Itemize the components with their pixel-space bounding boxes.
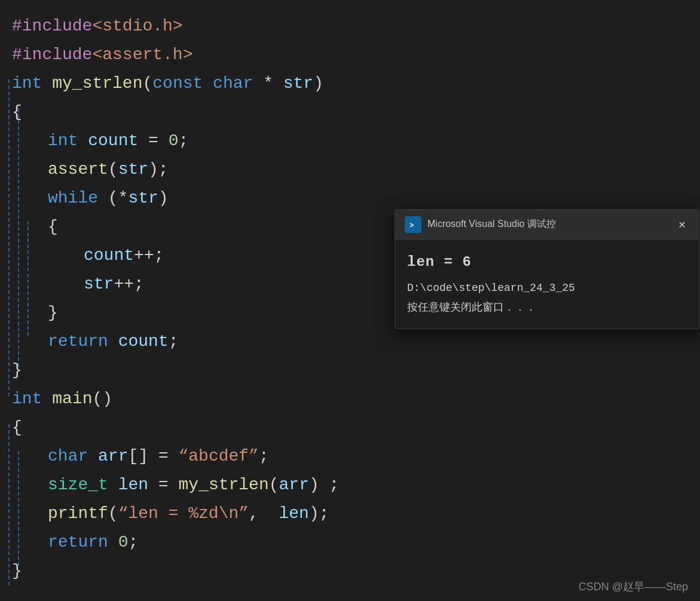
svg-text:>: > — [409, 222, 414, 230]
debug-result: len = 6 — [407, 254, 687, 270]
code-line-18: printf(“len = %zd\n”, len); — [12, 499, 700, 528]
code-line-5: int count = 0; — [12, 127, 700, 155]
debug-path: D:\code\step\learn_24_3_25 — [407, 282, 687, 294]
code-line-13: } — [12, 356, 700, 385]
popup-close-button[interactable]: ✕ — [675, 216, 689, 233]
vs-icon: > — [405, 216, 421, 233]
popup-titlebar: > Microsoft Visual Studio 调试控 ✕ — [395, 210, 699, 240]
code-line-16: char arr[] = “abcdef”; — [12, 442, 700, 471]
debug-popup: > Microsoft Visual Studio 调试控 ✕ len = 6 … — [395, 209, 699, 329]
code-line-3: int my_strlen(const char * str) — [12, 69, 700, 98]
code-line-1: #include<stdio.h> — [12, 12, 700, 41]
code-line-14: int main() — [12, 385, 700, 413]
watermark: CSDN @赵早——Step — [579, 579, 688, 594]
popup-title: Microsoft Visual Studio 调试控 — [427, 218, 675, 231]
code-line-19: return 0; — [12, 528, 700, 557]
code-line-15: { — [12, 413, 700, 442]
code-line-6: assert(str); — [12, 155, 700, 184]
code-line-7: while (*str) — [12, 184, 700, 213]
code-line-17: size_t len = my_strlen(arr) ; — [12, 471, 700, 499]
code-line-2: #include<assert.h> — [12, 41, 700, 69]
code-line-12: return count; — [12, 327, 700, 356]
popup-content: len = 6 D:\code\step\learn_24_3_25 按任意键关… — [395, 240, 699, 329]
code-line-4: { — [12, 98, 700, 127]
debug-hint: 按任意键关闭此窗口．．． — [407, 300, 687, 314]
